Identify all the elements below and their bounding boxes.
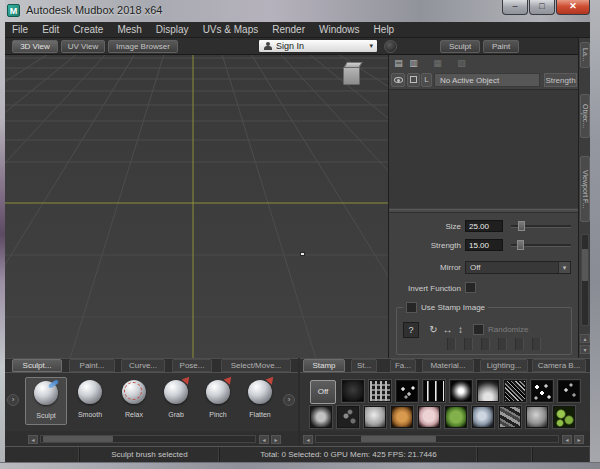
stamp-thumbnail[interactable] bbox=[364, 406, 386, 428]
delete-layer-icon[interactable]: ▦ bbox=[431, 57, 444, 69]
tray-tab-stencil[interactable]: St... bbox=[351, 359, 377, 372]
layer-mode-button[interactable]: L bbox=[421, 73, 432, 87]
minimize-button[interactable]: – bbox=[502, 0, 528, 15]
stamp-off-button[interactable]: Off bbox=[310, 380, 336, 404]
panel-scrollbar[interactable] bbox=[581, 234, 589, 326]
tab-uv-view[interactable]: UV View bbox=[61, 40, 105, 53]
stamp-thumbnail[interactable] bbox=[558, 380, 580, 402]
panel-scrollbar-thumb[interactable] bbox=[582, 249, 588, 281]
menu-edit[interactable]: Edit bbox=[35, 22, 66, 37]
tray-tab-sculpt[interactable]: Sculpt... bbox=[12, 359, 62, 372]
view-cube[interactable] bbox=[343, 62, 363, 86]
layer-list[interactable] bbox=[389, 89, 579, 208]
tray-tab-material[interactable]: Material... bbox=[422, 359, 474, 372]
menu-render[interactable]: Render bbox=[265, 22, 312, 37]
mirror-dropdown[interactable]: Off ▾ bbox=[465, 261, 571, 274]
stamp-thumbnail[interactable] bbox=[499, 406, 521, 428]
stamp-thumbnail[interactable] bbox=[504, 380, 526, 402]
brush-scroll-left[interactable]: ◂ bbox=[28, 435, 38, 444]
visibility-header-button[interactable] bbox=[391, 73, 405, 87]
strength-slider[interactable] bbox=[511, 239, 571, 251]
stamp-thumbnail[interactable] bbox=[526, 406, 548, 428]
brush-scrollbar-thumb[interactable] bbox=[43, 436, 113, 442]
sign-in-dropdown[interactable]: Sign In ▾ bbox=[258, 39, 378, 53]
stamp-thumbnail[interactable] bbox=[418, 406, 440, 428]
flip-vertical-icon[interactable]: ↕ bbox=[454, 322, 467, 338]
brush-flatten[interactable]: Flatten bbox=[239, 377, 281, 425]
tray-next-button[interactable]: › bbox=[283, 394, 295, 406]
stamp-thumbnail[interactable] bbox=[396, 380, 418, 402]
stamp-thumbnail[interactable] bbox=[445, 406, 467, 428]
menu-display[interactable]: Display bbox=[149, 22, 196, 37]
tab-sculpt-layers[interactable]: Sculpt bbox=[440, 40, 480, 53]
stamp-scroll-right[interactable]: ▸ bbox=[574, 435, 584, 444]
stamp-thumbnail[interactable] bbox=[477, 380, 499, 402]
scroll-up-button[interactable]: ▴ bbox=[580, 334, 590, 343]
brush-scroll-right[interactable]: ▸ bbox=[271, 435, 281, 444]
stamp-thumbnail[interactable] bbox=[369, 380, 391, 402]
tab-object-list-vertical[interactable]: Objec... bbox=[580, 94, 590, 138]
stamp-thumbnail[interactable] bbox=[337, 406, 359, 428]
stamp-thumbnail[interactable] bbox=[531, 380, 553, 402]
tray-tab-pose[interactable]: Pose... bbox=[172, 359, 212, 372]
stamp-thumbnail[interactable] bbox=[472, 406, 494, 428]
randomize-checkbox[interactable] bbox=[473, 324, 484, 335]
tray-tab-lighting[interactable]: Lighting... bbox=[480, 359, 528, 372]
tab-layers-vertical[interactable]: La... bbox=[580, 42, 590, 68]
merge-layer-icon[interactable]: ▧ bbox=[455, 57, 468, 69]
strength-field[interactable]: 15.00 bbox=[465, 239, 503, 251]
new-layer-icon[interactable]: ▤ bbox=[392, 57, 405, 69]
lock-header-button[interactable] bbox=[407, 73, 420, 87]
menu-windows[interactable]: Windows bbox=[312, 22, 367, 37]
strength-slider-thumb[interactable] bbox=[517, 240, 524, 250]
tab-viewport-filters-vertical[interactable]: Viewport F... bbox=[580, 156, 590, 222]
scroll-down-button[interactable]: ▾ bbox=[580, 345, 590, 354]
tray-tab-camera-bookmarks[interactable]: Camera B... bbox=[532, 359, 586, 372]
titlebar[interactable]: M Autodesk Mudbox 2018 x64 – □ ✕ bbox=[0, 0, 600, 22]
brush-grab[interactable]: Grab bbox=[155, 377, 197, 425]
stamp-scroll-left2[interactable]: ◂ bbox=[562, 435, 572, 444]
menu-file[interactable]: File bbox=[5, 22, 35, 37]
stamp-thumbnail[interactable] bbox=[450, 380, 472, 402]
brush-relax[interactable]: Relax bbox=[113, 377, 155, 425]
tray-tab-curve[interactable]: Curve... bbox=[121, 359, 165, 372]
stamp-scrollbar-thumb[interactable] bbox=[361, 436, 436, 442]
brush-sculpt[interactable]: Sculpt bbox=[25, 377, 67, 425]
panel-splitter[interactable] bbox=[389, 209, 579, 213]
tab-image-browser[interactable]: Image Browser bbox=[108, 40, 178, 53]
tray-prev-button[interactable]: › bbox=[7, 394, 19, 406]
viewport-3d[interactable] bbox=[5, 55, 388, 358]
menu-help[interactable]: Help bbox=[367, 22, 402, 37]
stamp-thumbnail[interactable] bbox=[310, 406, 332, 428]
stamp-preview-box[interactable]: ? bbox=[403, 322, 419, 338]
account-icon[interactable] bbox=[384, 40, 397, 53]
brush-scrollbar[interactable] bbox=[40, 435, 256, 443]
stamp-scrollbar[interactable] bbox=[315, 435, 559, 443]
new-group-icon[interactable]: ▥ bbox=[407, 57, 420, 69]
tab-paint-layers[interactable]: Paint bbox=[483, 40, 519, 53]
menu-mesh[interactable]: Mesh bbox=[110, 22, 148, 37]
flip-horizontal-icon[interactable]: ↔ bbox=[441, 322, 454, 338]
rotate-stamp-icon[interactable]: ↻ bbox=[427, 322, 440, 338]
tray-tab-falloff[interactable]: Fa... bbox=[390, 359, 416, 372]
stamp-thumbnail[interactable] bbox=[342, 380, 364, 402]
maximize-button[interactable]: □ bbox=[529, 0, 555, 15]
stamp-scroll-left[interactable]: ◂ bbox=[303, 435, 313, 444]
stamp-thumbnail[interactable] bbox=[553, 406, 575, 428]
tray-tab-stamp[interactable]: Stamp bbox=[303, 359, 345, 372]
invert-function-checkbox[interactable] bbox=[465, 282, 476, 293]
size-slider[interactable] bbox=[511, 220, 571, 232]
brush-smooth[interactable]: ✱ Smooth bbox=[69, 377, 111, 425]
window-border-right[interactable] bbox=[590, 0, 600, 469]
brush-pinch[interactable]: Pinch bbox=[197, 377, 239, 425]
stamp-thumbnail[interactable] bbox=[423, 380, 445, 402]
size-field[interactable]: 25.00 bbox=[465, 220, 503, 232]
menu-create[interactable]: Create bbox=[66, 22, 110, 37]
tray-tab-select-move[interactable]: Select/Move... bbox=[221, 359, 291, 372]
close-button[interactable]: ✕ bbox=[556, 0, 590, 15]
use-stamp-image-checkbox[interactable] bbox=[406, 302, 417, 313]
dropdown-arrow-icon[interactable]: ▾ bbox=[558, 262, 570, 273]
tray-tab-paint[interactable]: Paint... bbox=[69, 359, 115, 372]
stamp-thumbnail[interactable] bbox=[391, 406, 413, 428]
window-border-bottom[interactable] bbox=[0, 462, 600, 469]
